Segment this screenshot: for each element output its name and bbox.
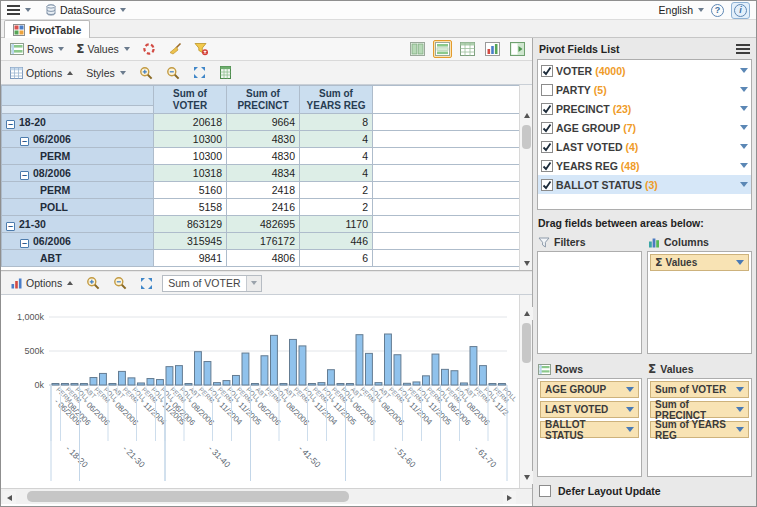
row-label-cell[interactable]: –06/2006 <box>2 233 154 250</box>
column-header[interactable]: Sum ofVOTER <box>154 86 227 114</box>
field-name: PARTY <box>556 84 591 96</box>
layout-grid-button[interactable] <box>458 40 477 58</box>
collapse-button[interactable]: – <box>20 239 29 248</box>
field-menu-arrow-icon[interactable] <box>740 68 748 73</box>
row-label-cell[interactable]: –06/2006 <box>2 131 154 148</box>
chart-horizontal-scrollbar[interactable] <box>1 488 532 504</box>
scroll-left-button[interactable] <box>3 491 16 504</box>
field-list-item[interactable]: YEARS REG(48) <box>538 156 751 175</box>
field-chip[interactable]: LAST VOTED <box>540 401 639 418</box>
scrollbar-thumb[interactable] <box>522 323 531 363</box>
column-header[interactable]: Sum ofPRECINCT <box>227 86 300 114</box>
chart-bar <box>413 382 420 385</box>
layout-chart-button[interactable] <box>483 40 502 58</box>
field-checkbox[interactable] <box>541 160 553 172</box>
scroll-down-button[interactable] <box>520 257 532 270</box>
field-checkbox[interactable] <box>541 179 553 191</box>
chart-options-button[interactable]: Options <box>6 275 77 291</box>
collapse-button[interactable]: – <box>20 137 29 146</box>
field-checkbox[interactable] <box>541 84 553 96</box>
help-icon[interactable]: ? <box>711 4 724 17</box>
rows-area-header: Rows <box>537 360 642 378</box>
grid-vertical-scrollbar[interactable] <box>519 85 532 270</box>
chip-menu-arrow-icon[interactable] <box>626 407 634 412</box>
field-list-item[interactable]: AGE GROUP(7) <box>538 118 751 137</box>
field-chip[interactable]: ΣValues <box>650 254 749 271</box>
grid-export-button[interactable] <box>215 64 236 81</box>
field-checkbox[interactable] <box>541 103 553 115</box>
collapse-button[interactable]: – <box>6 120 15 129</box>
fields-panel-menu-button[interactable] <box>736 44 750 54</box>
chevron-down-icon <box>251 281 257 285</box>
row-label-cell[interactable]: –08/2006 <box>2 165 154 182</box>
values-menu-button[interactable]: ΣValues <box>72 40 134 58</box>
field-chip[interactable]: Sum of PRECINCT <box>650 401 749 418</box>
field-menu-arrow-icon[interactable] <box>740 163 748 168</box>
field-list-item[interactable]: LAST VOTED(4) <box>538 137 751 156</box>
grid-options-button[interactable]: Options <box>6 65 77 81</box>
chip-menu-arrow-icon[interactable] <box>626 427 634 432</box>
row-label-cell[interactable]: –18-20 <box>2 114 154 131</box>
scroll-up-button[interactable] <box>520 109 532 122</box>
tab-pivottable[interactable]: PivotTable <box>4 20 90 38</box>
field-menu-arrow-icon[interactable] <box>740 87 748 92</box>
field-list-item[interactable]: PRECINCT(23) <box>538 99 751 118</box>
chip-menu-arrow-icon[interactable] <box>736 260 744 265</box>
scroll-right-button[interactable] <box>503 491 516 504</box>
field-list-item[interactable]: VOTER(4000) <box>538 61 751 80</box>
collapse-button[interactable]: – <box>20 171 29 180</box>
field-menu-arrow-icon[interactable] <box>740 182 748 187</box>
collapse-button[interactable]: – <box>6 222 15 231</box>
chart-measure-select[interactable]: Sum of VOTER <box>162 275 261 292</box>
chip-menu-arrow-icon[interactable] <box>736 407 744 412</box>
chart-zoom-in-button[interactable] <box>82 274 104 292</box>
field-list-item[interactable]: BALLOT STATUS(3) <box>538 175 751 194</box>
clear-layout-button[interactable] <box>164 40 186 58</box>
chart-fullscreen-button[interactable] <box>136 275 157 292</box>
chart-zoom-out-button[interactable] <box>109 274 131 292</box>
refresh-button[interactable] <box>138 40 160 58</box>
rows-menu-label: Rows <box>27 43 53 55</box>
grid-zoom-out-button[interactable] <box>162 64 184 82</box>
field-menu-arrow-icon[interactable] <box>740 106 748 111</box>
layout-rows-button[interactable] <box>433 40 452 58</box>
dropdown-button[interactable] <box>246 276 261 291</box>
grid-fullscreen-button[interactable] <box>189 64 210 81</box>
scrollbar-thumb[interactable] <box>522 125 531 149</box>
info-button[interactable]: i <box>731 2 750 19</box>
field-chip[interactable]: BALLOT STATUS <box>540 421 639 438</box>
field-chip[interactable]: Sum of VOTER <box>650 381 749 398</box>
values-area[interactable]: Sum of VOTERSum of PRECINCTSum of YEARS … <box>647 378 752 477</box>
rows-menu-button[interactable]: Rows <box>6 41 68 57</box>
clear-filter-button[interactable] <box>190 40 213 58</box>
defer-layout-checkbox[interactable] <box>539 485 551 497</box>
field-checkbox[interactable] <box>541 122 553 134</box>
grid-styles-button[interactable]: Styles <box>82 65 130 81</box>
field-menu-arrow-icon[interactable] <box>740 125 748 130</box>
scroll-down-button[interactable] <box>520 471 533 484</box>
fields-panel-title: Pivot Fields List <box>539 43 620 55</box>
field-checkbox[interactable] <box>541 65 553 77</box>
field-checkbox[interactable] <box>541 141 553 153</box>
row-label-cell[interactable]: –21-30 <box>2 216 154 233</box>
main-menu-button[interactable] <box>7 5 31 15</box>
field-menu-arrow-icon[interactable] <box>740 144 748 149</box>
rows-area[interactable]: AGE GROUPLAST VOTEDBALLOT STATUS <box>537 378 642 477</box>
chart-vertical-scrollbar[interactable] <box>519 295 532 488</box>
layout-fields-panel-button[interactable] <box>508 40 527 58</box>
chip-menu-arrow-icon[interactable] <box>736 427 744 432</box>
columns-area[interactable]: ΣValues <box>647 251 752 354</box>
field-list-item[interactable]: PARTY(5) <box>538 80 751 99</box>
scrollbar-thumb[interactable] <box>27 491 349 502</box>
scroll-up-button[interactable] <box>520 307 533 320</box>
filters-area[interactable] <box>537 251 642 354</box>
column-header[interactable]: Sum ofYEARS REG <box>300 86 373 114</box>
language-selector[interactable]: English <box>659 4 704 16</box>
datasource-menu-button[interactable]: DataSource <box>45 4 126 16</box>
grid-zoom-in-button[interactable] <box>135 64 157 82</box>
layout-columns-button[interactable] <box>408 40 427 58</box>
field-chip[interactable]: AGE GROUP <box>540 381 639 398</box>
chip-menu-arrow-icon[interactable] <box>736 387 744 392</box>
field-chip[interactable]: Sum of YEARS REG <box>650 421 749 438</box>
chip-menu-arrow-icon[interactable] <box>626 387 634 392</box>
